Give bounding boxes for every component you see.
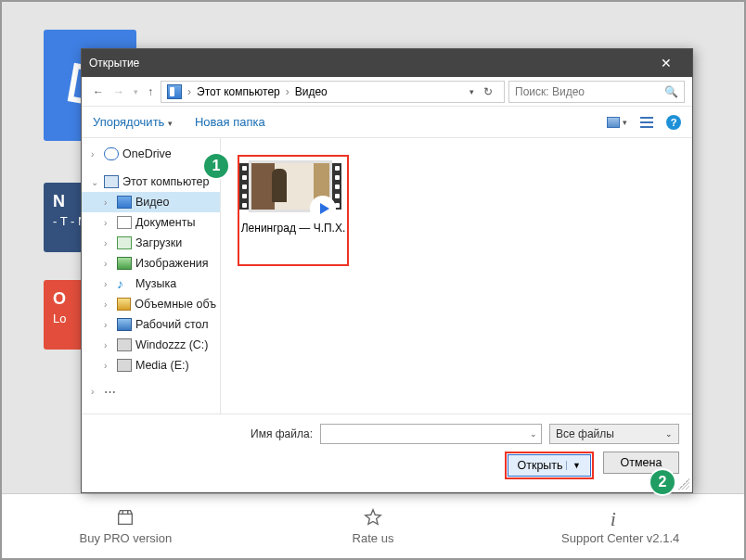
address-bar[interactable]: › Этот компьютер › Видео ▾ ↻ (161, 81, 505, 103)
filename-dropdown-icon[interactable]: ⌄ (530, 429, 537, 439)
store-icon (115, 507, 135, 528)
pc-icon (104, 175, 119, 188)
support-center-label: Support Center v2.1.4 (561, 531, 679, 545)
dialog-title: Открытие (89, 57, 648, 70)
organize-menu[interactable]: Упорядочить ▾ (93, 115, 173, 129)
search-placeholder: Поиск: Видео (515, 85, 585, 98)
tree-item-documents[interactable]: ›Документы (82, 212, 220, 233)
play-overlay-icon (310, 196, 336, 222)
drive-icon (117, 338, 132, 351)
close-button[interactable]: ✕ (648, 56, 685, 70)
filetype-value: Все файлы (556, 427, 614, 440)
refresh-button[interactable]: ↻ (483, 85, 493, 98)
filename-input[interactable]: ⌄ (320, 424, 542, 444)
nav-forward-button[interactable]: → (113, 85, 124, 98)
rate-us-label: Rate us (353, 531, 394, 545)
buy-pro-label: Buy PRO version (79, 531, 172, 545)
filename-label: Имя файла: (95, 427, 313, 440)
drive-icon (117, 359, 132, 372)
info-icon: i (611, 507, 631, 528)
video-icon (117, 196, 132, 209)
nav-up-button[interactable]: ↑ (148, 85, 153, 98)
titlebar[interactable]: Открытие ✕ (82, 49, 692, 77)
search-icon[interactable]: 🔍 (664, 85, 678, 98)
more-icon: ⋯ (104, 385, 118, 399)
open-button[interactable]: Открыть ▼ (508, 454, 592, 477)
new-folder-button[interactable]: Новая папка (195, 115, 265, 129)
tree-item-drive-c[interactable]: ›Windozzz (C:) (82, 335, 220, 355)
buy-pro-button[interactable]: Buy PRO version (2, 494, 250, 558)
file-list[interactable]: Ленинград — Ч.П.Х. (221, 138, 692, 414)
download-icon (117, 236, 132, 249)
callout-highlight-open: Открыть ▼ (505, 452, 595, 479)
tree-item-music[interactable]: ›♪Музыка (82, 274, 220, 294)
video-library-icon (167, 84, 182, 99)
callout-badge-2: 2 (649, 468, 676, 496)
nav-back-button[interactable]: ← (93, 85, 104, 98)
breadcrumb-root[interactable]: Этот компьютер (197, 85, 280, 98)
tree-item-more[interactable]: ›⋯ (82, 381, 220, 401)
tree-item-onedrive[interactable]: ›OneDrive (82, 144, 220, 164)
help-button[interactable]: ? (666, 115, 681, 130)
search-input[interactable]: Поиск: Видео 🔍 (508, 81, 685, 103)
breadcrumb-node[interactable]: Видео (295, 85, 328, 98)
file-name-label[interactable]: Ленинград — Ч.П.Х. (238, 222, 349, 235)
filetype-select[interactable]: Все файлы ⌄ (549, 424, 679, 444)
tree-item-3d[interactable]: ›Объемные объ (82, 294, 220, 314)
open-file-dialog: Открытие ✕ ← → ▾ ↑ › Этот компьютер › Ви… (81, 48, 693, 493)
cloud-icon (104, 147, 119, 160)
open-split-dropdown[interactable]: ▼ (566, 461, 581, 470)
document-icon (117, 216, 132, 229)
rate-us-button[interactable]: Rate us (250, 494, 497, 558)
desktop-icon (117, 318, 132, 331)
bg-navy-title: N (53, 192, 65, 210)
star-icon (363, 507, 383, 528)
bg-red-line: Lo (53, 312, 66, 325)
breadcrumb-sep: › (286, 85, 289, 98)
breadcrumb-sep: › (187, 85, 191, 98)
bottom-bar: Buy PRO version Rate us i Support Center… (2, 493, 744, 558)
tree-item-downloads[interactable]: ›Загрузки (82, 233, 220, 253)
tree-item-images[interactable]: ›Изображения (82, 253, 220, 274)
thumbnail-icon (607, 117, 620, 128)
address-dropdown[interactable]: ▾ (469, 87, 474, 96)
support-center-button[interactable]: i Support Center v2.1.4 (496, 494, 744, 558)
resize-grip[interactable] (678, 478, 689, 490)
chevron-down-icon: ⌄ (665, 429, 673, 439)
callout-badge-1: 1 (202, 152, 230, 180)
tree-item-this-pc[interactable]: ⌄Этот компьютер (82, 172, 220, 192)
tree-item-drive-e[interactable]: ›Media (E:) (82, 355, 220, 375)
preview-pane-button[interactable] (640, 117, 653, 128)
tree-item-desktop[interactable]: ›Рабочий стол (82, 314, 220, 335)
tree-item-video[interactable]: ›Видео (82, 192, 220, 212)
music-icon: ♪ (117, 276, 132, 291)
view-mode-button[interactable]: ▾ (607, 117, 627, 128)
nav-history-dropdown[interactable]: ▾ (134, 87, 138, 96)
bg-red-title: O (53, 289, 66, 308)
pictures-icon (117, 257, 132, 270)
cube-icon (117, 298, 132, 311)
folder-tree[interactable]: ›OneDrive ⌄Этот компьютер ›Видео ›Докуме… (82, 138, 221, 414)
